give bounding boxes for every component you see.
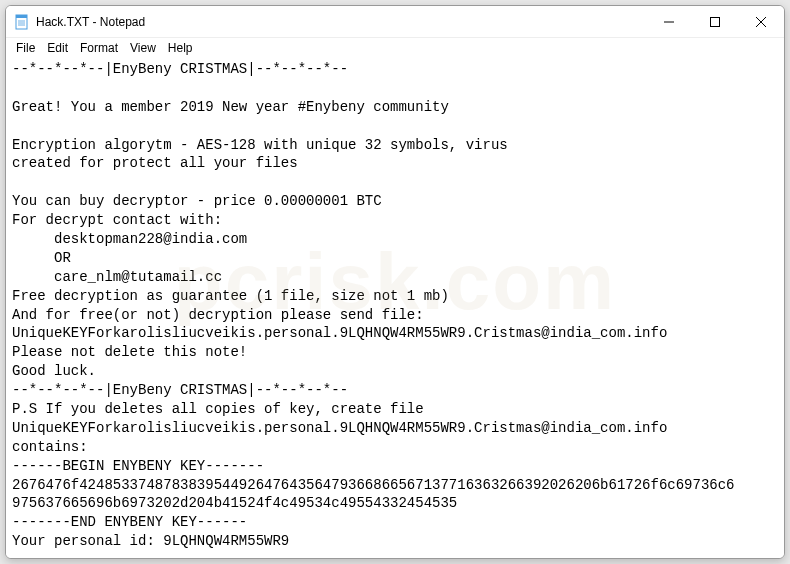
text-line: contains:: [12, 439, 88, 455]
text-line: desktopman228@india.com: [12, 231, 247, 247]
text-line: Good luck.: [12, 363, 96, 379]
notepad-icon: [14, 14, 30, 30]
menu-help[interactable]: Help: [162, 39, 199, 57]
notepad-window: Hack.TXT - Notepad File Edit Format View…: [5, 5, 785, 559]
text-content[interactable]: --*--*--*--|EnyBeny CRISTMAS|--*--*--*--…: [6, 58, 784, 558]
text-line: P.S If you deletes all copies of key, cr…: [12, 401, 424, 417]
text-line: Great! You a member 2019 New year #Enybe…: [12, 99, 449, 115]
text-line: --*--*--*--|EnyBeny CRISTMAS|--*--*--*--: [12, 382, 348, 398]
text-line: Free decryption as guarantee (1 file, si…: [12, 288, 449, 304]
text-line: UniqueKEYForkarolisliucveikis.personal.9…: [12, 325, 667, 341]
menu-view[interactable]: View: [124, 39, 162, 57]
text-line: 975637665696b6973202d204b41524f4c49534c4…: [12, 495, 457, 511]
titlebar: Hack.TXT - Notepad: [6, 6, 784, 38]
text-line: 2676476f42485337487838395449264764356479…: [12, 477, 735, 493]
text-line: Please not delete this note!: [12, 344, 247, 360]
text-line: Your personal id: 9LQHNQW4RM55WR9: [12, 533, 289, 549]
menu-format[interactable]: Format: [74, 39, 124, 57]
text-line: Encryption algorytm - AES-128 with uniqu…: [12, 137, 508, 153]
menubar: File Edit Format View Help: [6, 38, 784, 58]
menu-file[interactable]: File: [10, 39, 41, 57]
text-line: For decrypt contact with:: [12, 212, 222, 228]
svg-rect-6: [711, 17, 720, 26]
menu-edit[interactable]: Edit: [41, 39, 74, 57]
text-line: ------BEGIN ENYBENY KEY-------: [12, 458, 264, 474]
window-title: Hack.TXT - Notepad: [36, 15, 646, 29]
window-controls: [646, 6, 784, 37]
text-line: OR: [12, 250, 71, 266]
svg-rect-1: [16, 15, 27, 18]
close-button[interactable]: [738, 6, 784, 37]
text-line: -------END ENYBENY KEY------: [12, 514, 247, 530]
text-line: --*--*--*--|EnyBeny CRISTMAS|--*--*--*--: [12, 61, 348, 77]
text-line: You can buy decryptor - price 0.00000001…: [12, 193, 382, 209]
text-line: care_nlm@tutamail.cc: [12, 269, 222, 285]
text-line: created for protect all your files: [12, 155, 298, 171]
text-line: UniqueKEYForkarolisliucveikis.personal.9…: [12, 420, 667, 436]
minimize-button[interactable]: [646, 6, 692, 37]
text-line: And for free(or not) decryption please s…: [12, 307, 424, 323]
maximize-button[interactable]: [692, 6, 738, 37]
